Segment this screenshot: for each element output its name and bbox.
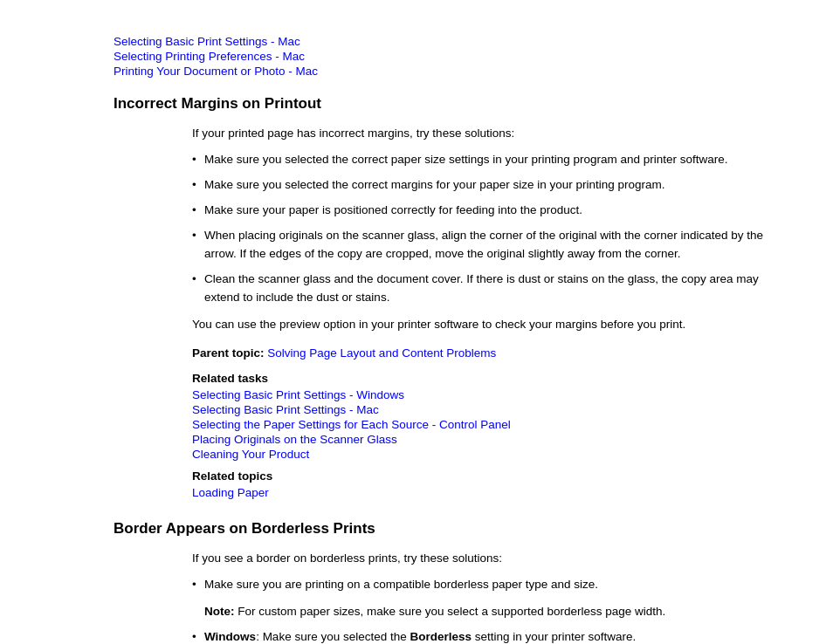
borderless-bullet-1: Make sure you are printing on a compatib… xyxy=(192,576,781,594)
incorrect-margins-section: Incorrect Margins on Printout If your pr… xyxy=(114,95,781,499)
related-tasks-links: Selecting Basic Print Settings - Windows… xyxy=(192,388,781,461)
link-printing-preferences-mac[interactable]: Selecting Printing Preferences - Mac xyxy=(114,50,781,63)
link-printing-document-mac[interactable]: Printing Your Document or Photo - Mac xyxy=(114,65,781,78)
note-content: For custom paper sizes, make sure you se… xyxy=(238,605,665,618)
windows-bullet-list: Windows: Make sure you selected the Bord… xyxy=(192,628,781,644)
incorrect-margins-content: If your printed page has incorrect margi… xyxy=(192,125,781,499)
borderless-prints-heading: Border Appears on Borderless Prints xyxy=(114,520,781,538)
related-topic-loading-paper[interactable]: Loading Paper xyxy=(192,486,781,499)
parent-topic-label: Parent topic: xyxy=(192,346,265,360)
bullet-2: Make sure you selected the correct margi… xyxy=(192,176,781,195)
related-task-link-mac[interactable]: Selecting Basic Print Settings - Mac xyxy=(192,403,781,416)
related-topics-title: Related topics xyxy=(192,469,781,483)
related-task-link-paper-settings[interactable]: Selecting the Paper Settings for Each So… xyxy=(192,418,781,431)
borderless-bullets: Make sure you are printing on a compatib… xyxy=(192,576,781,594)
windows-bullet: Windows: Make sure you selected the Bord… xyxy=(192,628,781,644)
borderless-prints-intro: If you see a border on borderless prints… xyxy=(192,550,781,567)
borderless-text: setting in your printer software. xyxy=(472,630,636,643)
bullet-3: Make sure your paper is positioned corre… xyxy=(192,202,781,220)
incorrect-margins-intro: If your printed page has incorrect margi… xyxy=(192,125,781,142)
bullet-4: When placing originals on the scanner gl… xyxy=(192,227,781,264)
related-topics-links: Loading Paper xyxy=(192,486,781,499)
top-links-section: Selecting Basic Print Settings - Mac Sel… xyxy=(114,35,781,78)
bullet-1: Make sure you selected the correct paper… xyxy=(192,151,781,169)
preview-text: You can use the preview option in your p… xyxy=(192,316,781,334)
incorrect-margins-bullets: Make sure you selected the correct paper… xyxy=(192,151,781,306)
related-task-link-windows[interactable]: Selecting Basic Print Settings - Windows xyxy=(192,388,781,401)
parent-topic: Parent topic: Solving Page Layout and Co… xyxy=(192,345,781,363)
related-tasks-section: Related tasks Selecting Basic Print Sett… xyxy=(192,372,781,461)
note-text: Note: For custom paper sizes, make sure … xyxy=(204,603,781,621)
related-topics-section: Related topics Loading Paper xyxy=(192,469,781,499)
link-basic-print-settings-mac-top[interactable]: Selecting Basic Print Settings - Mac xyxy=(114,35,781,48)
borderless-prints-section: Border Appears on Borderless Prints If y… xyxy=(114,520,781,644)
incorrect-margins-heading: Incorrect Margins on Printout xyxy=(114,95,781,113)
borderless-prints-content: If you see a border on borderless prints… xyxy=(192,550,781,644)
related-task-link-cleaning[interactable]: Cleaning Your Product xyxy=(192,448,781,461)
parent-topic-link[interactable]: Solving Page Layout and Content Problems xyxy=(267,346,496,360)
borderless-label: Borderless xyxy=(410,630,472,643)
windows-text-before: : Make sure you selected the xyxy=(256,630,410,643)
bullet-5: Clean the scanner glass and the document… xyxy=(192,271,781,307)
windows-label: Windows xyxy=(204,630,256,643)
related-task-link-originals[interactable]: Placing Originals on the Scanner Glass xyxy=(192,433,781,446)
related-tasks-title: Related tasks xyxy=(192,372,781,385)
note-label: Note: xyxy=(204,605,235,618)
